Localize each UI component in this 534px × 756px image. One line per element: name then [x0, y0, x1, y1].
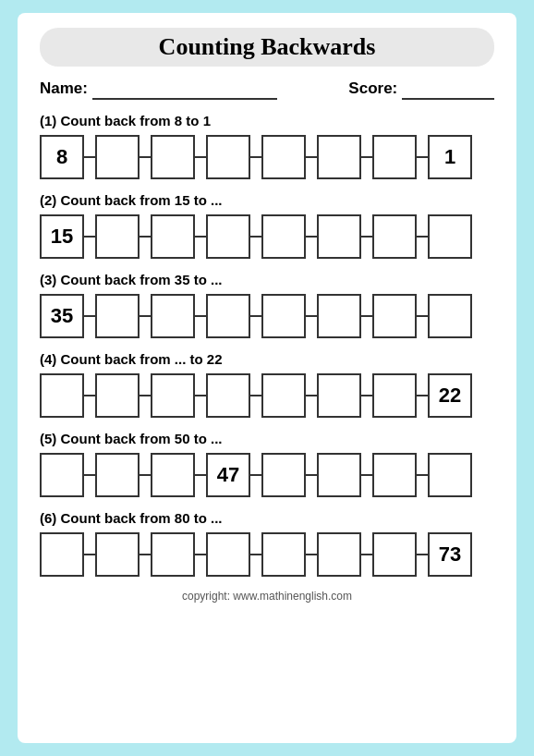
number-line-2: 15: [40, 214, 494, 259]
box-5-0[interactable]: [40, 453, 84, 497]
connector-2-7: [417, 236, 428, 238]
name-line: [92, 79, 277, 100]
connector-2-3: [195, 236, 206, 238]
connector-2-4: [250, 236, 261, 238]
box-4-0[interactable]: [40, 373, 84, 418]
box-1-5[interactable]: [317, 135, 361, 179]
box-6-0[interactable]: [40, 532, 84, 577]
box-4-6[interactable]: [372, 373, 417, 418]
connector-4-5: [306, 395, 317, 396]
score-field: Score:: [348, 79, 494, 100]
box-6-2[interactable]: [151, 532, 195, 577]
box-1-1[interactable]: [95, 135, 140, 179]
number-line-1: 81: [40, 135, 494, 179]
connector-3-7: [417, 315, 428, 317]
connector-1-1: [84, 156, 95, 158]
box-4-1[interactable]: [95, 373, 140, 418]
connector-3-5: [306, 315, 317, 317]
box-6-3[interactable]: [206, 532, 250, 577]
box-3-0[interactable]: 35: [40, 294, 84, 338]
connector-6-4: [250, 554, 261, 555]
box-2-6[interactable]: [372, 214, 417, 259]
connector-3-4: [250, 315, 261, 317]
question-label-6: (6) Count back from 80 to ...: [40, 510, 494, 526]
box-3-1[interactable]: [95, 294, 140, 338]
box-3-6[interactable]: [372, 294, 417, 338]
connector-4-7: [417, 395, 428, 396]
connector-5-3: [195, 474, 206, 476]
box-3-3[interactable]: [206, 294, 250, 338]
connector-6-6: [361, 554, 372, 555]
connector-3-2: [140, 315, 151, 317]
connector-3-6: [361, 315, 372, 317]
question-label-5: (5) Count back from 50 to ...: [40, 431, 494, 446]
connector-4-3: [195, 395, 206, 396]
connector-6-1: [84, 554, 95, 555]
box-6-4[interactable]: [261, 532, 306, 577]
box-1-3[interactable]: [206, 135, 250, 179]
connector-5-5: [306, 474, 317, 476]
box-4-5[interactable]: [317, 373, 361, 418]
box-3-2[interactable]: [151, 294, 195, 338]
connector-2-6: [361, 236, 372, 238]
box-6-1[interactable]: [95, 532, 140, 577]
box-6-5[interactable]: [317, 532, 361, 577]
question-label-1: (1) Count back from 8 to 1: [40, 113, 494, 128]
connector-6-7: [417, 554, 428, 555]
box-5-3[interactable]: 47: [206, 453, 250, 497]
box-1-0[interactable]: 8: [40, 135, 84, 179]
box-1-6[interactable]: [372, 135, 417, 179]
box-6-6[interactable]: [372, 532, 417, 577]
box-2-4[interactable]: [261, 214, 306, 259]
number-line-6: 73: [40, 532, 494, 577]
box-1-7[interactable]: 1: [428, 135, 472, 179]
box-2-1[interactable]: [95, 214, 140, 259]
title-bar: Counting Backwards: [40, 28, 494, 67]
connector-1-2: [140, 156, 151, 158]
box-5-6[interactable]: [372, 453, 417, 497]
connector-1-3: [195, 156, 206, 158]
box-5-1[interactable]: [95, 453, 140, 497]
box-4-7[interactable]: 22: [428, 373, 472, 418]
box-5-2[interactable]: [151, 453, 195, 497]
box-2-2[interactable]: [151, 214, 195, 259]
box-5-7[interactable]: [428, 453, 472, 497]
connector-2-2: [140, 236, 151, 238]
box-3-7[interactable]: [428, 294, 472, 338]
box-2-5[interactable]: [317, 214, 361, 259]
question-label-2: (2) Count back from 15 to ...: [40, 192, 494, 208]
question-4: (4) Count back from ... to 2222: [40, 351, 494, 418]
box-5-4[interactable]: [261, 453, 306, 497]
page-title: Counting Backwards: [159, 33, 376, 60]
box-2-3[interactable]: [206, 214, 250, 259]
box-1-2[interactable]: [151, 135, 195, 179]
box-5-5[interactable]: [317, 453, 361, 497]
question-label-3: (3) Count back from 35 to ...: [40, 272, 494, 287]
box-1-4[interactable]: [261, 135, 306, 179]
connector-6-2: [140, 554, 151, 555]
question-label-4: (4) Count back from ... to 22: [40, 351, 494, 367]
question-1: (1) Count back from 8 to 181: [40, 113, 494, 179]
box-2-7[interactable]: [428, 214, 472, 259]
box-4-3[interactable]: [206, 373, 250, 418]
connector-1-4: [250, 156, 261, 158]
name-field: Name:: [40, 79, 277, 100]
connector-2-1: [84, 236, 95, 238]
questions-container: (1) Count back from 8 to 181(2) Count ba…: [40, 113, 494, 577]
box-3-4[interactable]: [261, 294, 306, 338]
connector-5-2: [140, 474, 151, 476]
name-score-row: Name: Score:: [40, 79, 494, 100]
box-2-0[interactable]: 15: [40, 214, 84, 259]
connector-5-7: [417, 474, 428, 476]
number-line-4: 22: [40, 373, 494, 418]
box-4-4[interactable]: [261, 373, 306, 418]
connector-4-2: [140, 395, 151, 396]
box-4-2[interactable]: [151, 373, 195, 418]
connector-6-5: [306, 554, 317, 555]
connector-4-1: [84, 395, 95, 396]
score-line: [402, 79, 494, 100]
box-3-5[interactable]: [317, 294, 361, 338]
connector-5-1: [84, 474, 95, 476]
box-6-7[interactable]: 73: [428, 532, 472, 577]
score-label: Score:: [348, 79, 397, 97]
